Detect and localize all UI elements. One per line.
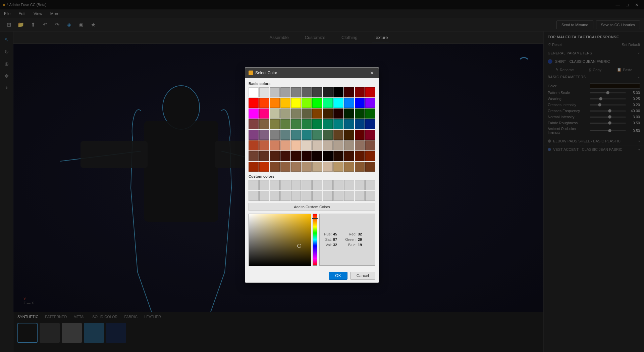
basic-color-swatch[interactable] [270, 140, 280, 150]
custom-color-swatch[interactable] [312, 180, 322, 190]
basic-color-swatch[interactable] [259, 119, 269, 129]
basic-color-swatch[interactable] [259, 98, 269, 108]
custom-color-swatch[interactable] [249, 191, 259, 201]
custom-color-swatch[interactable] [291, 180, 301, 190]
basic-color-swatch[interactable] [323, 130, 333, 140]
basic-color-swatch[interactable] [291, 162, 301, 172]
basic-color-swatch[interactable] [280, 119, 290, 129]
basic-color-swatch[interactable] [355, 140, 365, 150]
basic-color-swatch[interactable] [333, 130, 343, 140]
basic-color-swatch[interactable] [344, 130, 354, 140]
dialog-close-button[interactable]: ✕ [369, 70, 375, 76]
basic-color-swatch[interactable] [355, 119, 365, 129]
basic-color-swatch[interactable] [302, 98, 312, 108]
basic-color-swatch[interactable] [302, 162, 312, 172]
basic-color-swatch[interactable] [312, 140, 322, 150]
basic-color-swatch[interactable] [355, 151, 365, 161]
custom-color-swatch[interactable] [365, 191, 375, 201]
basic-color-swatch[interactable] [280, 130, 290, 140]
basic-color-swatch[interactable] [312, 87, 322, 97]
basic-color-swatch[interactable] [291, 130, 301, 140]
custom-color-swatch[interactable] [355, 191, 365, 201]
basic-color-swatch[interactable] [365, 108, 375, 119]
basic-color-swatch[interactable] [355, 98, 365, 108]
basic-color-swatch[interactable] [249, 119, 259, 129]
basic-color-swatch[interactable] [365, 119, 375, 129]
basic-color-swatch[interactable] [249, 140, 259, 150]
basic-color-swatch[interactable] [323, 151, 333, 161]
basic-color-swatch[interactable] [280, 151, 290, 161]
basic-color-swatch[interactable] [365, 162, 375, 172]
basic-color-swatch[interactable] [249, 108, 259, 119]
basic-color-swatch[interactable] [312, 162, 322, 172]
custom-color-swatch[interactable] [270, 191, 280, 201]
basic-color-swatch[interactable] [270, 108, 280, 119]
basic-color-swatch[interactable] [270, 130, 280, 140]
basic-color-swatch[interactable] [355, 108, 365, 119]
basic-color-swatch[interactable] [249, 162, 259, 172]
custom-color-swatch[interactable] [333, 191, 343, 201]
basic-color-swatch[interactable] [270, 162, 280, 172]
basic-color-swatch[interactable] [323, 108, 333, 119]
basic-color-swatch[interactable] [365, 130, 375, 140]
basic-color-swatch[interactable] [270, 119, 280, 129]
basic-color-swatch[interactable] [270, 87, 280, 97]
basic-color-swatch[interactable] [259, 151, 269, 161]
basic-color-swatch[interactable] [291, 98, 301, 108]
custom-color-swatch[interactable] [302, 180, 312, 190]
basic-color-swatch[interactable] [291, 108, 301, 119]
custom-color-swatch[interactable] [291, 191, 301, 201]
basic-color-swatch[interactable] [365, 151, 375, 161]
custom-color-swatch[interactable] [365, 180, 375, 190]
basic-color-swatch[interactable] [312, 98, 322, 108]
basic-color-swatch[interactable] [291, 140, 301, 150]
custom-color-swatch[interactable] [333, 180, 343, 190]
basic-color-swatch[interactable] [323, 162, 333, 172]
custom-color-swatch[interactable] [323, 180, 333, 190]
basic-color-swatch[interactable] [249, 151, 259, 161]
custom-color-swatch[interactable] [249, 180, 259, 190]
basic-color-swatch[interactable] [280, 108, 290, 119]
custom-color-swatch[interactable] [323, 191, 333, 201]
basic-color-swatch[interactable] [333, 162, 343, 172]
basic-color-swatch[interactable] [259, 87, 269, 97]
basic-color-swatch[interactable] [365, 87, 375, 97]
basic-color-swatch[interactable] [302, 108, 312, 119]
basic-color-swatch[interactable] [259, 130, 269, 140]
basic-color-swatch[interactable] [302, 119, 312, 129]
basic-color-swatch[interactable] [323, 119, 333, 129]
basic-color-swatch[interactable] [312, 119, 322, 129]
basic-color-swatch[interactable] [259, 108, 269, 119]
basic-color-swatch[interactable] [291, 87, 301, 97]
basic-color-swatch[interactable] [355, 162, 365, 172]
basic-color-swatch[interactable] [302, 151, 312, 161]
basic-color-swatch[interactable] [333, 151, 343, 161]
basic-color-swatch[interactable] [312, 130, 322, 140]
basic-color-swatch[interactable] [291, 151, 301, 161]
basic-color-swatch[interactable] [365, 98, 375, 108]
basic-color-swatch[interactable] [302, 140, 312, 150]
basic-color-swatch[interactable] [344, 162, 354, 172]
add-to-custom-colors-button[interactable]: Add to Custom Colors [249, 203, 375, 211]
custom-color-swatch[interactable] [259, 191, 269, 201]
basic-color-swatch[interactable] [302, 130, 312, 140]
basic-color-swatch[interactable] [259, 140, 269, 150]
basic-color-swatch[interactable] [333, 140, 343, 150]
basic-color-swatch[interactable] [280, 98, 290, 108]
basic-color-swatch[interactable] [344, 108, 354, 119]
custom-color-swatch[interactable] [344, 191, 354, 201]
basic-color-swatch[interactable] [270, 151, 280, 161]
custom-color-swatch[interactable] [355, 180, 365, 190]
basic-color-swatch[interactable] [355, 130, 365, 140]
custom-color-swatch[interactable] [280, 191, 290, 201]
basic-color-swatch[interactable] [333, 119, 343, 129]
custom-color-swatch[interactable] [259, 180, 269, 190]
basic-color-swatch[interactable] [333, 87, 343, 97]
custom-color-swatch[interactable] [302, 191, 312, 201]
basic-color-swatch[interactable] [312, 151, 322, 161]
basic-color-swatch[interactable] [344, 87, 354, 97]
custom-color-swatch[interactable] [280, 180, 290, 190]
basic-color-swatch[interactable] [333, 98, 343, 108]
custom-color-swatch[interactable] [312, 191, 322, 201]
hue-slider[interactable] [313, 214, 317, 266]
